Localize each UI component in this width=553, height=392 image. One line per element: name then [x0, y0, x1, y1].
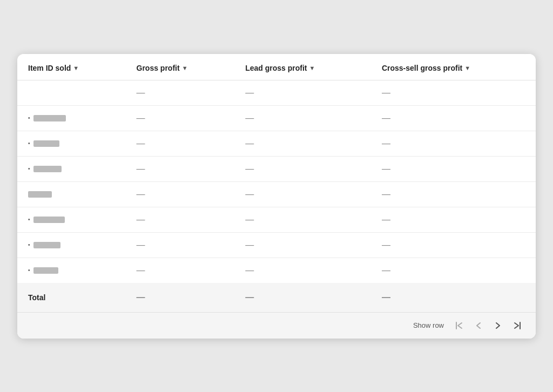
- gross-profit-cell: —: [126, 258, 235, 283]
- row-bullet: •: [28, 267, 30, 273]
- col-gross-profit-text: Gross profit: [137, 64, 180, 72]
- redacted-id: [33, 217, 65, 223]
- item-id-cell: •: [17, 232, 126, 258]
- gross-profit-value: —: [137, 240, 145, 249]
- col-gross-profit-dropdown-icon[interactable]: ▼: [182, 65, 188, 71]
- gross-profit-value: —: [137, 215, 145, 224]
- item-id-cell: [17, 181, 126, 207]
- table-body: ———•———•———•——————•———•———•———: [17, 80, 536, 283]
- lead-gross-profit-cell: —: [234, 181, 371, 207]
- gross-profit-value: —: [137, 266, 145, 275]
- row-bullet: •: [28, 140, 30, 146]
- redacted-id: [33, 140, 59, 147]
- cross-sell-cell: —: [371, 80, 536, 105]
- item-id-cell: •: [17, 258, 126, 283]
- col-cross-sell-dropdown-icon[interactable]: ▼: [464, 65, 470, 71]
- total-lead-gross-profit: —: [234, 283, 371, 312]
- lead-gross-profit-cell: —: [234, 258, 371, 283]
- total-label: Total: [17, 283, 126, 312]
- table-row: •———: [17, 258, 536, 283]
- gross-profit-cell: —: [126, 232, 235, 258]
- gross-profit-cell: —: [126, 105, 235, 131]
- next-page-button[interactable]: [490, 319, 505, 332]
- lead-gross-profit-value: —: [245, 215, 254, 224]
- item-id-cell: •: [17, 131, 126, 156]
- table-row: ———: [17, 181, 536, 207]
- col-header-lead-gross-profit: Lead gross profit ▼: [234, 54, 371, 80]
- gross-profit-cell: —: [126, 156, 235, 181]
- item-id-cell: [17, 80, 126, 105]
- redacted-id: [33, 242, 60, 248]
- cross-sell-cell: —: [371, 105, 536, 131]
- cross-sell-value: —: [382, 88, 390, 97]
- lead-gross-profit-value: —: [245, 266, 254, 275]
- col-header-gross-profit-label[interactable]: Gross profit ▼: [137, 64, 188, 72]
- cross-sell-value: —: [382, 266, 390, 275]
- lead-gross-profit-value: —: [245, 139, 254, 148]
- item-id-cell: •: [17, 156, 126, 181]
- table-row: •———: [17, 131, 536, 156]
- lead-gross-profit-value: —: [245, 190, 254, 199]
- cross-sell-value: —: [382, 240, 390, 249]
- cross-sell-cell: —: [371, 258, 536, 283]
- col-header-cross-sell-label[interactable]: Cross-sell gross profit ▼: [382, 64, 470, 72]
- table-row: •———: [17, 105, 536, 131]
- lead-gross-profit-cell: —: [234, 105, 371, 131]
- lead-gross-profit-cell: —: [234, 156, 371, 181]
- lead-gross-profit-cell: —: [234, 232, 371, 258]
- lead-gross-profit-value: —: [245, 164, 254, 173]
- table-card: Item ID sold ▼ Gross profit ▼ Lead gross…: [17, 54, 536, 339]
- cross-sell-cell: —: [371, 232, 536, 258]
- col-item-id-dropdown-icon[interactable]: ▼: [73, 65, 79, 71]
- cross-sell-value: —: [382, 113, 390, 123]
- redacted-id: [28, 191, 52, 198]
- item-id-cell: •: [17, 105, 126, 131]
- table-container: Item ID sold ▼ Gross profit ▼ Lead gross…: [17, 54, 536, 312]
- cross-sell-value: —: [382, 190, 390, 199]
- row-bullet: •: [28, 242, 30, 248]
- gross-profit-value: —: [137, 88, 145, 97]
- row-bullet: •: [28, 217, 30, 222]
- table-row: ———: [17, 80, 536, 105]
- data-table: Item ID sold ▼ Gross profit ▼ Lead gross…: [17, 54, 536, 312]
- lead-gross-profit-cell: —: [234, 131, 371, 156]
- redacted-id: [33, 166, 62, 172]
- table-row: •———: [17, 232, 536, 258]
- table-header-row: Item ID sold ▼ Gross profit ▼ Lead gross…: [17, 54, 536, 80]
- prev-page-button[interactable]: [471, 319, 486, 332]
- gross-profit-value: —: [137, 164, 145, 173]
- first-page-button[interactable]: [451, 319, 467, 332]
- gross-profit-value: —: [137, 190, 145, 199]
- cross-sell-value: —: [382, 164, 390, 173]
- cross-sell-cell: —: [371, 181, 536, 207]
- lead-gross-profit-value: —: [245, 240, 254, 249]
- redacted-id: [33, 115, 66, 121]
- table-row: •———: [17, 156, 536, 181]
- table-row: •———: [17, 207, 536, 232]
- row-bullet: •: [28, 166, 30, 172]
- gross-profit-value: —: [137, 139, 145, 148]
- lead-gross-profit-cell: —: [234, 207, 371, 232]
- last-page-button[interactable]: [510, 319, 525, 332]
- col-header-cross-sell: Cross-sell gross profit ▼: [371, 54, 536, 80]
- gross-profit-cell: —: [126, 80, 235, 105]
- col-header-gross-profit: Gross profit ▼: [126, 54, 235, 80]
- col-header-item-id: Item ID sold ▼: [17, 54, 126, 80]
- cross-sell-cell: —: [371, 131, 536, 156]
- cross-sell-value: —: [382, 139, 390, 148]
- cross-sell-cell: —: [371, 207, 536, 232]
- lead-gross-profit-value: —: [245, 88, 254, 97]
- total-gross-profit: —: [126, 283, 235, 312]
- col-header-item-id-label[interactable]: Item ID sold ▼: [28, 64, 79, 72]
- redacted-id: [33, 267, 58, 274]
- col-cross-sell-text: Cross-sell gross profit: [382, 64, 462, 72]
- gross-profit-value: —: [137, 113, 145, 123]
- col-header-lead-gross-profit-label[interactable]: Lead gross profit ▼: [245, 64, 315, 72]
- total-row: Total — — —: [17, 283, 536, 312]
- item-id-cell: •: [17, 207, 126, 232]
- cross-sell-cell: —: [371, 156, 536, 181]
- gross-profit-cell: —: [126, 181, 235, 207]
- col-lead-gross-profit-dropdown-icon[interactable]: ▼: [309, 65, 315, 71]
- row-bullet: •: [28, 115, 30, 121]
- total-cross-sell: —: [371, 283, 536, 312]
